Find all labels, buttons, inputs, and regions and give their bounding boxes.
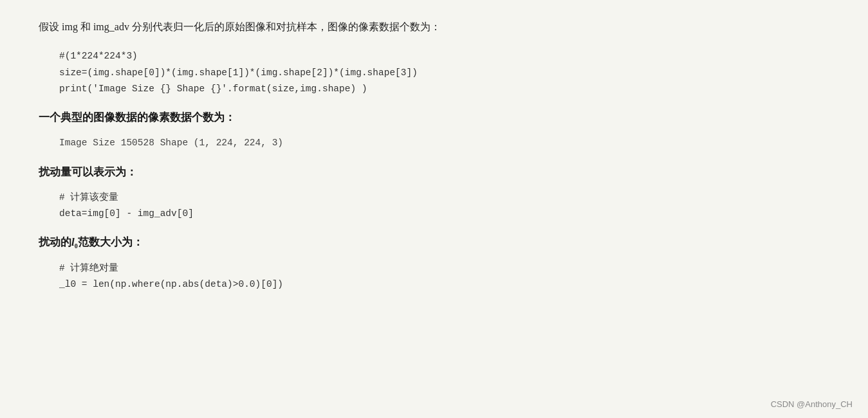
code-line: print('Image Size {} Shape {}'.format(si… <box>59 81 829 97</box>
code-line: size=(img.shape[0])*(img.shape[1])*(img.… <box>59 65 829 81</box>
section2-heading: 扰动量可以表示为： <box>39 165 829 179</box>
code-block-2: # 计算该变量 deta=img[0] - img_adv[0] <box>39 187 829 225</box>
section1-heading: 一个典型的图像数据的像素数据个数为： <box>39 110 829 125</box>
watermark: CSDN @Anthony_CH <box>771 399 853 409</box>
code-comment: # 计算绝对量 <box>59 260 829 277</box>
code-block-1: #(1*224*224*3) size=(img.shape[0])*(img.… <box>39 46 829 100</box>
section3-heading-pre: 扰动的 <box>39 236 71 248</box>
section3-heading-post: 范数大小为： <box>78 236 143 248</box>
section3-heading: 扰动的l0范数大小为： <box>39 235 829 250</box>
code-line: deta=img[0] - img_adv[0] <box>59 206 829 222</box>
code-comment: # 计算该变量 <box>59 190 829 206</box>
output-block-1: Image Size 150528 Shape (1, 224, 224, 3) <box>39 132 829 154</box>
content-area: 假设 img 和 img_adv 分别代表归一化后的原始图像和对抗样本，图像的像… <box>0 0 868 418</box>
intro-paragraph: 假设 img 和 img_adv 分别代表归一化后的原始图像和对抗样本，图像的像… <box>39 18 829 35</box>
code-line: _l0 = len(np.where(np.abs(deta)>0.0)[0]) <box>59 277 829 293</box>
code-block-3: # 计算绝对量 _l0 = len(np.where(np.abs(deta)>… <box>39 258 829 296</box>
code-line: #(1*224*224*3) <box>59 48 829 64</box>
